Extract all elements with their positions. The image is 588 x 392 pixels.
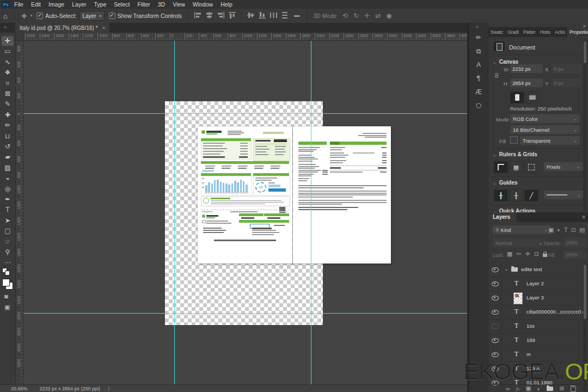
align-middle-vertical-icon[interactable] bbox=[247, 12, 254, 20]
tab-histo[interactable]: Histo bbox=[538, 27, 553, 37]
glyphs-panel-icon[interactable]: Æ bbox=[472, 86, 485, 98]
layer-row[interactable]: ⌄edite text bbox=[488, 262, 588, 277]
toggle-guides-button[interactable]: ╂ bbox=[494, 189, 508, 201]
properties-menu-icon[interactable]: ≡ bbox=[583, 29, 586, 35]
tab-actio[interactable]: Actio bbox=[553, 27, 567, 37]
layer-name[interactable]: cilta0000000...ccccccc0 d bbox=[526, 309, 585, 315]
healing-brush-tool[interactable]: ✚ bbox=[2, 110, 14, 120]
layer-row[interactable]: Tm bbox=[488, 347, 588, 362]
object-selection-tool[interactable]: ❖ bbox=[2, 68, 14, 77]
frame-tool[interactable]: ⊠ bbox=[2, 89, 14, 99]
3d-camera-icon[interactable]: ◉ bbox=[386, 12, 391, 20]
layer-effects-icon[interactable]: fx bbox=[516, 386, 520, 391]
document-tab[interactable]: Italy id.psd @ 20.7% (RGB/16) * × bbox=[15, 23, 109, 33]
pen-tool[interactable]: ✒ bbox=[2, 194, 14, 204]
tab-gradi[interactable]: Gradi bbox=[505, 27, 521, 37]
brush-settings-panel-icon[interactable]: ✏ bbox=[472, 32, 485, 44]
eye-off-icon[interactable] bbox=[492, 323, 499, 329]
tab-swatc[interactable]: Swatc bbox=[488, 27, 505, 37]
tab-patter[interactable]: Patter bbox=[521, 27, 538, 37]
libraries-panel-icon[interactable]: ⬡ bbox=[472, 100, 485, 112]
lock-pixels-icon[interactable]: ✏ bbox=[516, 250, 521, 258]
align-right-icon[interactable] bbox=[217, 12, 224, 20]
fill-swatch[interactable] bbox=[510, 136, 518, 144]
fill-dropdown[interactable]: Transparent⌄ bbox=[520, 136, 580, 145]
type-tool[interactable]: T bbox=[2, 205, 14, 215]
layer-row[interactable]: TLayer 2 bbox=[488, 277, 588, 291]
brush-tool[interactable]: ✏ bbox=[2, 120, 14, 130]
y-input[interactable]: 0 px bbox=[552, 78, 582, 87]
lasso-tool[interactable]: ∿ bbox=[2, 57, 14, 67]
layer-fill-input[interactable]: 100% bbox=[564, 250, 586, 259]
menu-select[interactable]: Select bbox=[114, 1, 130, 8]
layer-row[interactable]: T169 bbox=[488, 333, 588, 348]
add-layer-mask-icon[interactable]: ▣ bbox=[525, 385, 531, 392]
menu-filter[interactable]: Filter bbox=[137, 1, 150, 8]
vertical-ruler[interactable]: 8006004002000200400600800100012001400160… bbox=[15, 40, 23, 384]
lock-transparency-icon[interactable]: ▦ bbox=[507, 250, 512, 258]
menu-layer[interactable]: Layer bbox=[72, 1, 86, 8]
layer-name[interactable]: 1ss bbox=[526, 323, 535, 329]
filter-type-layers-icon[interactable]: T bbox=[564, 226, 568, 234]
paragraph-panel-icon[interactable]: ¶ bbox=[472, 72, 485, 84]
3d-pan-icon[interactable]: ✛ bbox=[364, 12, 370, 20]
layer-row[interactable]: T1ss bbox=[488, 319, 588, 334]
crop-tool[interactable]: ⌗ bbox=[2, 78, 14, 88]
tool-preset-caret-icon[interactable]: ▾ bbox=[30, 14, 33, 18]
edit-toolbar-icon[interactable]: ⋯ bbox=[2, 258, 14, 267]
new-group-icon[interactable] bbox=[547, 387, 553, 391]
toggle-grid-button[interactable]: ▦ bbox=[509, 161, 523, 173]
layer-name[interactable]: Layer 3 bbox=[526, 295, 544, 301]
filter-shape-layers-icon[interactable]: ⊡ bbox=[571, 226, 576, 234]
menu-help[interactable]: Help bbox=[220, 1, 232, 8]
width-input[interactable]: 2232 px bbox=[510, 64, 543, 73]
guide-vertical-2[interactable] bbox=[311, 40, 311, 384]
3d-orbit-icon[interactable]: ⟲ bbox=[342, 12, 348, 20]
x-input[interactable]: 0 px bbox=[552, 64, 582, 73]
smart-guides-button[interactable]: ╱ bbox=[524, 189, 538, 201]
menu-type[interactable]: Type bbox=[94, 1, 106, 8]
new-layer-icon[interactable]: ⊞ bbox=[559, 385, 564, 392]
layer-row[interactable]: Layer 3 bbox=[488, 291, 588, 305]
eraser-tool[interactable]: ▰ bbox=[2, 152, 14, 162]
adjustment-layer-icon[interactable]: ◐ bbox=[537, 385, 541, 392]
layer-visibility-toggle[interactable] bbox=[488, 362, 502, 376]
move-tool-icon[interactable]: ✛ bbox=[21, 12, 27, 20]
blur-tool[interactable]: ◒ bbox=[2, 173, 14, 183]
layer-visibility-toggle[interactable] bbox=[488, 291, 502, 305]
layer-row[interactable]: T129 A bbox=[488, 362, 588, 376]
align-bottom-icon[interactable] bbox=[259, 12, 266, 20]
guide-horizontal-2[interactable] bbox=[23, 313, 467, 314]
layer-visibility-toggle[interactable] bbox=[488, 319, 502, 333]
layer-visibility-toggle[interactable] bbox=[488, 333, 502, 347]
layer-name[interactable]: m bbox=[526, 351, 531, 357]
menu-view[interactable]: View bbox=[173, 1, 185, 8]
gradient-tool[interactable]: ▨ bbox=[2, 163, 14, 173]
collapse-panels-icon[interactable]: » bbox=[476, 24, 479, 29]
guide-horizontal-1[interactable] bbox=[23, 113, 467, 114]
distribute-horizontal-icon[interactable] bbox=[270, 12, 277, 20]
horizontal-ruler[interactable]: 2000180016001400120010008006004002000200… bbox=[15, 33, 467, 41]
guides-section-header[interactable]: ⌄Guides bbox=[493, 180, 518, 186]
eye-icon[interactable] bbox=[492, 366, 499, 371]
link-layers-icon[interactable]: ∞ bbox=[506, 385, 510, 392]
layers-menu-icon[interactable]: ≡ bbox=[582, 214, 585, 220]
eye-icon[interactable] bbox=[492, 338, 499, 343]
3d-slide-icon[interactable]: ⇄ bbox=[375, 12, 381, 20]
lock-artboard-icon[interactable]: ⊡ bbox=[534, 250, 539, 258]
foreground-color-swatch[interactable] bbox=[2, 279, 10, 286]
delete-layer-icon[interactable] bbox=[571, 387, 576, 392]
distribute-vertical-icon[interactable] bbox=[281, 12, 289, 20]
dodge-tool[interactable]: ◎ bbox=[2, 184, 14, 194]
hand-tool[interactable]: ☞ bbox=[2, 237, 14, 247]
guide-vertical-1[interactable] bbox=[174, 40, 175, 384]
filter-smart-objects-icon[interactable]: ▤ bbox=[579, 226, 585, 234]
eye-icon[interactable] bbox=[492, 296, 499, 301]
align-center-horizontal-icon[interactable] bbox=[206, 12, 213, 20]
swap-colors-icon[interactable] bbox=[5, 271, 10, 275]
layer-name[interactable]: Layer 2 bbox=[526, 280, 544, 286]
height-input[interactable]: 2854 px bbox=[510, 78, 543, 87]
properties-scrollbar[interactable] bbox=[583, 39, 587, 211]
eye-icon[interactable] bbox=[492, 310, 499, 315]
layer-visibility-toggle[interactable] bbox=[488, 305, 502, 319]
